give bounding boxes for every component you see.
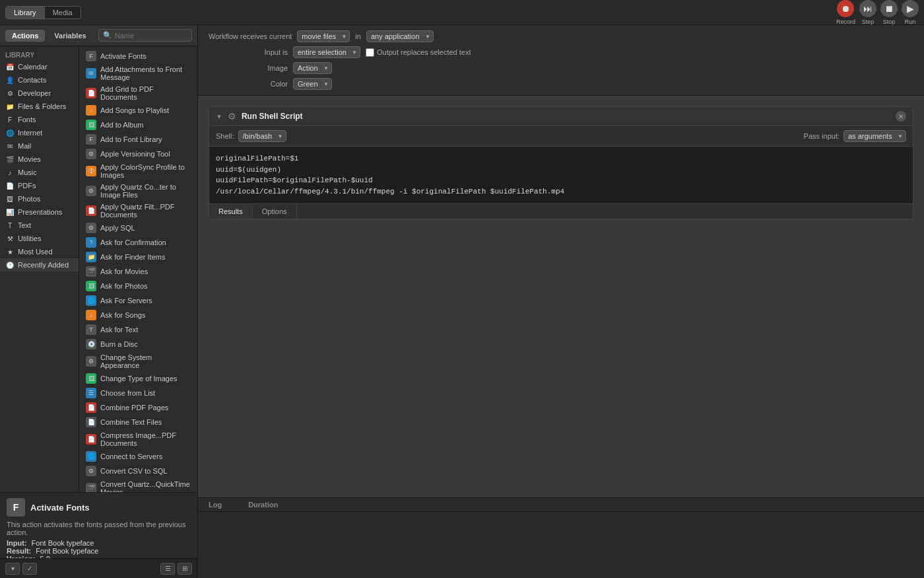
action-item[interactable]: 📁Ask for Finder Items [79,250,197,264]
results-tab[interactable]: Results [209,204,253,219]
action-item[interactable]: 🎨Apply ColorSync Profile to Images [79,161,197,181]
action-item[interactable]: 📄Combine PDF Pages [79,400,197,415]
shell-select[interactable]: /bin/bash [238,130,286,142]
validate-button[interactable]: ✓ [22,563,37,575]
actions-list: FActivate Fonts✉Add Attachments to Front… [79,46,197,492]
action-item-label: Add to Album [100,121,143,129]
action-item[interactable]: ?Ask for Confirmation [79,235,197,250]
action-item-label: Convert CSV to SQL [100,467,168,475]
action-item-icon: 📄 [86,88,96,98]
variables-tab[interactable]: Variables [48,30,92,42]
workflow-input-label: Input is [209,48,288,56]
action-item-icon: 🎬 [86,266,96,277]
sidebar-item-internet[interactable]: 🌐Internet [0,126,79,139]
search-input[interactable] [115,32,187,40]
bottom-info-panel: F Activate Fonts This action activates t… [0,492,197,558]
action-item-icon: 🖼 [86,373,96,384]
action-item[interactable]: 📄Compress Image...PDF Documents [79,429,197,449]
action-item[interactable]: ⚙Apply SQL [79,221,197,235]
sidebar-item-recently-added[interactable]: 🕐Recently Added [0,258,79,271]
action-item[interactable]: ♪Ask for Songs [79,308,197,322]
workflow-color-select-wrap: Green [293,78,332,90]
pass-input-select[interactable]: as arguments [843,130,906,142]
action-item[interactable]: ♪Add Songs to Playlist [79,103,197,118]
options-tab[interactable]: Options [253,204,297,219]
action-item[interactable]: 🌐Connect to Servers [79,449,197,464]
tab-media[interactable]: Media [45,7,81,18]
actions-tab[interactable]: Actions [5,30,45,42]
shell-row: Shell: /bin/bash [216,130,286,142]
step-button[interactable]: ⏭ Step [859,0,876,25]
sidebar-item-files-folders[interactable]: 📁Files & Folders [0,100,79,113]
action-item-icon: ⚙ [86,356,96,367]
record-button[interactable]: ⏺ Record [836,0,855,25]
photos-icon: 🖼 [5,194,15,203]
sidebar-item-contacts[interactable]: 👤Contacts [0,73,79,87]
stop-button[interactable]: ⏹ Stop [880,0,898,25]
contacts-icon: 👤 [5,75,15,85]
log-body [198,512,924,578]
action-item[interactable]: 📄Apply Quartz Filt...PDF Documents [79,201,197,221]
action-item-label: Apply ColorSync Profile to Images [100,163,191,179]
sidebar-item-mail[interactable]: ✉Mail [0,139,79,153]
action-item[interactable]: 🖼Add to Album [79,118,197,132]
action-item-label: Add to Font Library [100,135,162,143]
action-item[interactable]: ⚙Apple Versioning Tool [79,147,197,161]
tab-library[interactable]: Library [6,7,45,18]
action-item[interactable]: 🖼Ask for Photos [79,279,197,293]
action-item[interactable]: 💿Burn a Disc [79,337,197,351]
action-item-label: Apple Versioning Tool [100,150,170,158]
workflow-receives-select[interactable]: movie files [297,30,350,42]
action-item[interactable]: ☰Choose from List [79,386,197,400]
action-item[interactable]: TAsk for Text [79,322,197,337]
action-item-label: Activate Fonts [100,52,147,60]
action-item[interactable]: ✉Add Attachments to Front Message [79,63,197,83]
action-item[interactable]: ⚙Apply Quartz Co...ter to Image Files [79,181,197,201]
action-item[interactable]: 📄Combine Text Files [79,415,197,429]
stop-icon: ⏹ [880,0,898,17]
sidebar-item-fonts[interactable]: FFonts [0,113,79,126]
utilities-icon: ⚒ [5,234,15,243]
action-item[interactable]: 🎬Convert Quartz...QuickTime Movies [79,478,197,492]
expand-button[interactable]: ▾ [5,563,20,575]
sidebar-item-most-used[interactable]: ★Most Used [0,245,79,258]
collapse-icon[interactable]: ▼ [216,113,222,120]
sidebar-item-label: Fonts [18,116,36,124]
action-item[interactable]: 🖼Change Type of Images [79,371,197,386]
sidebar-item-music[interactable]: ♪Music [0,166,79,179]
sidebar-item-movies[interactable]: 🎬Movies [0,153,79,166]
workflow-color-select[interactable]: Green [293,78,332,90]
sidebar-item-photos[interactable]: 🖼Photos [0,192,79,205]
action-item[interactable]: FActivate Fonts [79,49,197,63]
record-icon: ⏺ [837,0,854,17]
sidebar-item-developer[interactable]: ⚙Developer [0,87,79,100]
view-grid-button[interactable]: ⊞ [178,563,192,575]
action-item[interactable]: ⚙Convert CSV to SQL [79,464,197,478]
log-area: Log Duration [198,497,924,578]
run-icon: ▶ [902,0,919,17]
sidebar-item-calendar[interactable]: 📅Calendar [0,60,79,73]
action-item[interactable]: 📄Add Grid to PDF Documents [79,83,197,103]
sidebar-item-utilities[interactable]: ⚒Utilities [0,232,79,245]
workflow-image-select[interactable]: Action [293,62,332,74]
workflow-image-label: Image [209,64,288,72]
script-block-header: ▼ ⚙ Run Shell Script ✕ [209,107,913,126]
action-item-icon: 📄 [86,417,96,427]
sidebar-item-pdfs[interactable]: 📄PDFs [0,179,79,192]
sidebar-item-text[interactable]: TText [0,219,79,232]
workflow-input-select[interactable]: entire selection [293,46,360,58]
action-item[interactable]: 🌐Ask For Servers [79,293,197,308]
developer-icon: ⚙ [5,89,15,98]
sidebar-item-presentations[interactable]: 📊Presentations [0,205,79,219]
pdfs-icon: 📄 [5,181,15,190]
action-item[interactable]: FAdd to Font Library [79,132,197,147]
view-list-button[interactable]: ☰ [160,563,175,575]
script-editor[interactable]: originalFilePath=$1 uuid=$(uuidgen) uuid… [209,147,913,203]
run-button[interactable]: ▶ Run [902,0,919,25]
action-item[interactable]: 🎬Ask for Movies [79,264,197,279]
bottom-info-header: F Activate Fonts [7,498,191,517]
script-close-button[interactable]: ✕ [896,111,906,122]
output-replaces-check[interactable] [366,48,374,57]
workflow-in-select[interactable]: any application [366,30,434,42]
action-item[interactable]: ⚙Change System Appearance [79,351,197,371]
